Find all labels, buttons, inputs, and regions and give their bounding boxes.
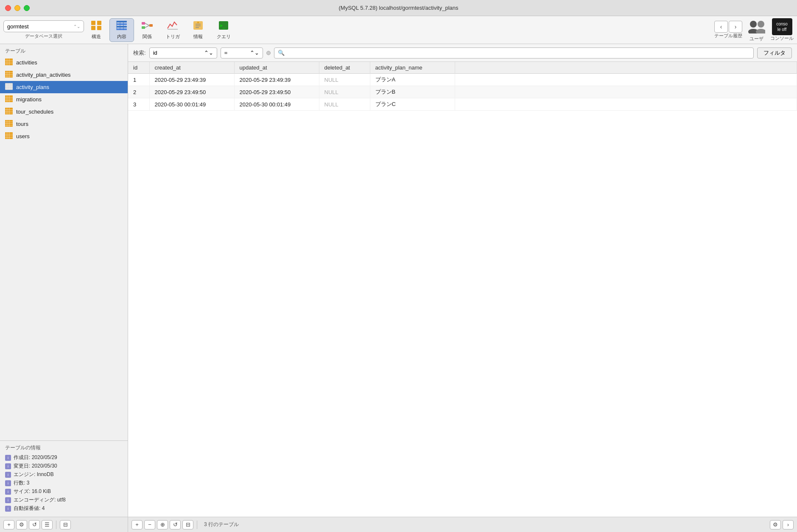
sidebar-item-activity-plans-label: activity_plans: [16, 84, 49, 90]
table-row[interactable]: 1 2020-05-29 23:49:39 2020-05-29 23:49:3…: [128, 74, 797, 86]
info-row-auto-inc: i 自動採番値: 4: [5, 505, 123, 512]
sidebar-item-migrations[interactable]: migrations: [0, 93, 128, 106]
db-selector-value: gormtest: [7, 23, 29, 30]
cell-updated-at: 2020-05-29 23:49:50: [234, 86, 319, 98]
toolbar-btn-query[interactable]: >_ クエリ: [211, 18, 236, 42]
info-icon-modified: i: [5, 463, 11, 469]
user-icon-box: [746, 18, 767, 36]
toolbar-btn-info-label: 情報: [193, 33, 203, 40]
toolbar: gormtest ⌃⌄ データベース選択 構造: [0, 16, 797, 44]
sidebar-filter-button[interactable]: ☰: [42, 520, 53, 529]
close-button[interactable]: [5, 5, 11, 11]
cell-plan-name: プランB: [370, 86, 455, 98]
sidebar-item-activity-plan-activities[interactable]: activity_plan_activities: [0, 69, 128, 81]
sidebar-item-activities[interactable]: activities: [0, 56, 128, 69]
search-bar: 検索: id ⌃⌄ = ⌃⌄ 🔍 フィルタ: [128, 44, 797, 62]
sidebar-add-button[interactable]: +: [3, 520, 14, 529]
db-selector[interactable]: gormtest ⌃⌄: [3, 20, 84, 32]
toolbar-btn-relations[interactable]: 関係: [135, 18, 159, 42]
info-icon-auto-inc: i: [5, 506, 11, 512]
info-row-engine: i エンジン: InnoDB: [5, 471, 123, 478]
svg-rect-69: [9, 132, 9, 139]
col-header-created-at: created_at: [149, 62, 234, 74]
traffic-lights: [5, 5, 30, 11]
table-row[interactable]: 3 2020-05-30 00:01:49 2020-05-30 00:01:4…: [128, 98, 797, 111]
triggers-icon: [167, 20, 179, 33]
sidebar-refresh-button[interactable]: ↺: [29, 520, 40, 529]
col-header-extra: [455, 62, 797, 74]
search-field-arrow-icon: ⌃⌄: [204, 50, 213, 56]
cell-deleted-at: NULL: [319, 98, 370, 111]
sidebar-item-activity-plans[interactable]: activity_plans: [0, 81, 128, 93]
content-area: 検索: id ⌃⌄ = ⌃⌄ 🔍 フィルタ id cre: [128, 44, 797, 532]
cell-plan-name: プランC: [370, 98, 455, 111]
console-line2: le off: [777, 27, 787, 32]
query-icon: >_: [218, 20, 229, 33]
cell-id: 3: [128, 98, 149, 111]
bottom-copy-button[interactable]: ⊕: [157, 520, 168, 529]
sidebar-collapse-button[interactable]: ⊟: [60, 520, 71, 529]
search-op-select[interactable]: = ⌃⌄: [221, 47, 263, 58]
col-header-activity-plan-name: activity_plan_name: [370, 62, 455, 74]
search-input-box: 🔍: [274, 47, 754, 58]
svg-point-24: [750, 21, 757, 28]
info-row-modified: i 変更日: 2020/05/30: [5, 462, 123, 470]
bottom-nav-forward-button[interactable]: ›: [783, 520, 794, 529]
svg-text:>_: >_: [220, 23, 226, 28]
svg-rect-63: [9, 120, 9, 127]
info-auto-inc-label: 自動採番値: 4: [14, 505, 45, 512]
cell-updated-at: 2020-05-29 23:49:39: [234, 74, 319, 86]
bottom-right-controls: ⚙ ›: [770, 520, 794, 529]
search-input[interactable]: [287, 50, 750, 56]
info-encoding-label: エンコーディング: utf8: [14, 496, 66, 504]
toolbar-btn-info[interactable]: 情報: [186, 18, 210, 42]
fullscreen-button[interactable]: [24, 5, 30, 11]
sidebar-section-title: テーブル: [0, 44, 128, 56]
info-icon-size: i: [5, 489, 11, 495]
info-row-rows: i 行数: 3: [5, 479, 123, 487]
bottom-delete-button[interactable]: −: [144, 520, 155, 529]
nav-back-button[interactable]: ‹: [714, 21, 728, 33]
sidebar-settings-button[interactable]: ⚙: [16, 520, 27, 529]
svg-rect-39: [9, 71, 9, 78]
info-engine-label: エンジン: InnoDB: [14, 471, 54, 478]
sidebar-item-users[interactable]: users: [0, 130, 128, 142]
sidebar-item-tours[interactable]: tours: [0, 118, 128, 130]
sidebar-item-tour-schedules[interactable]: tour_schedules: [0, 106, 128, 118]
svg-rect-6: [117, 26, 127, 28]
toolbar-btn-triggers-label: トリガ: [166, 33, 180, 40]
search-null-toggle[interactable]: [266, 51, 271, 55]
table-row[interactable]: 2 2020-05-29 23:49:50 2020-05-29 23:49:5…: [128, 86, 797, 98]
info-icon: [192, 20, 204, 33]
bottom-add-button[interactable]: +: [131, 520, 143, 529]
filter-button[interactable]: フィルタ: [757, 47, 792, 58]
toolbar-btn-structure[interactable]: 構造: [84, 18, 109, 42]
search-label: 検索:: [133, 49, 146, 57]
toolbar-right: ‹ › テーブル履歴 ユーザ conso le off コンソール: [714, 18, 794, 42]
svg-rect-1: [97, 21, 101, 25]
minimize-button[interactable]: [14, 5, 20, 11]
col-header-deleted-at: deleted_at: [319, 62, 370, 74]
svg-rect-32: [7, 58, 7, 65]
bottom-settings-button[interactable]: ⚙: [770, 520, 781, 529]
svg-rect-62: [7, 120, 7, 127]
bottom-grid-button[interactable]: ⊟: [182, 520, 193, 529]
search-op-arrow-icon: ⌃⌄: [250, 50, 259, 56]
table-icon-migrations: [5, 95, 13, 103]
table-icon-tour-schedules: [5, 108, 13, 116]
sidebar-item-activity-plan-activities-label: activity_plan_activities: [16, 72, 71, 78]
toolbar-btn-content-label: 内容: [117, 33, 126, 40]
sidebar-bottom-toolbar: + ⚙ ↺ ☰ ⊟: [0, 517, 128, 532]
toolbar-btn-triggers[interactable]: トリガ: [160, 18, 185, 42]
search-field-select[interactable]: id ⌃⌄: [149, 47, 217, 58]
console-button[interactable]: conso le off: [772, 18, 792, 35]
structure-icon: [90, 20, 102, 33]
bottom-refresh-button[interactable]: ↺: [170, 520, 181, 529]
toolbar-btn-content[interactable]: 内容: [109, 18, 134, 42]
search-field-value: id: [153, 50, 157, 56]
db-selector-arrow-icon: ⌃⌄: [73, 24, 80, 29]
nav-forward-button[interactable]: ›: [729, 21, 742, 33]
svg-rect-56: [7, 108, 7, 114]
svg-rect-12: [142, 26, 145, 29]
table-header-row: id created_at updated_at deleted_at acti…: [128, 62, 797, 74]
